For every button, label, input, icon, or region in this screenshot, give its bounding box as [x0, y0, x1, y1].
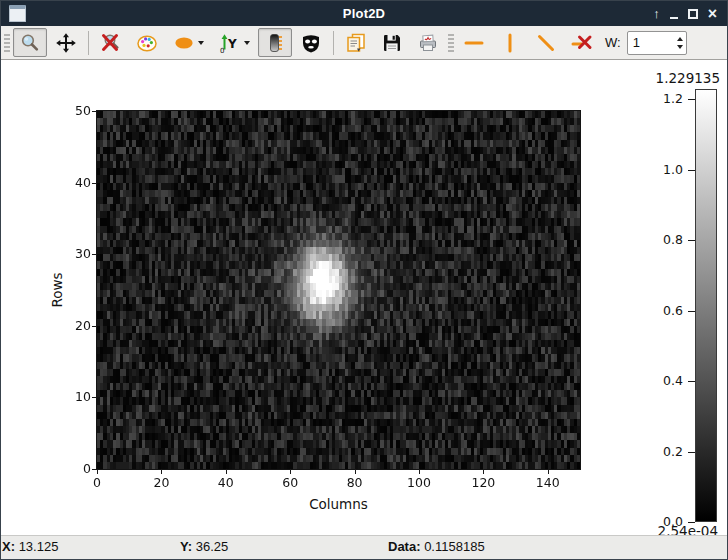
x-tick-label: 80: [335, 475, 375, 490]
shade-button[interactable]: ↑: [653, 1, 660, 26]
x-tick-mark: [355, 469, 356, 474]
x-tick-mark: [483, 469, 484, 474]
zoom-reset-button[interactable]: [94, 28, 128, 57]
image-plot[interactable]: [97, 111, 580, 469]
y-axis-orientation-button[interactable]: 0 Y: [212, 28, 256, 57]
titlebar[interactable]: Plot2D ↑ ×: [1, 1, 727, 26]
svg-text:Y: Y: [227, 37, 237, 51]
y-axis-label: Rows: [49, 260, 65, 320]
x-tick-mark: [290, 469, 291, 474]
line-profile-button[interactable]: [529, 28, 563, 57]
colorbar-tick-mark: [688, 99, 695, 100]
clear-profile-button[interactable]: [565, 28, 599, 57]
y-tick-label: 0: [61, 461, 91, 477]
y-tick-mark: [92, 111, 97, 112]
zoom-mode-button[interactable]: [13, 28, 47, 57]
y-tick-label: 20: [61, 318, 91, 334]
diagonal-line-icon: [535, 32, 557, 54]
horizontal-line-icon: [463, 32, 485, 54]
colorbar-toggle-button[interactable]: [258, 28, 292, 57]
colorbar-tick-mark: [688, 381, 695, 382]
x-tick-mark: [97, 469, 98, 474]
plot-toolbar: 0 Y: [1, 26, 727, 60]
zoom-reset-icon: [100, 32, 122, 54]
x-tick-label: 20: [141, 475, 181, 490]
maximize-button[interactable]: [688, 9, 698, 19]
colorbar-icon: [264, 32, 286, 54]
copy-button[interactable]: [339, 28, 373, 57]
y-tick-label: 50: [61, 103, 91, 119]
toolbar-grip[interactable]: [3, 32, 11, 54]
colorbar-tick-mark: [688, 452, 695, 453]
profile-toolbar-grip[interactable]: [447, 32, 455, 54]
toolbar-separator: [333, 31, 334, 55]
x-tick-mark: [419, 469, 420, 474]
minimize-button[interactable]: [670, 17, 678, 19]
aspect-ratio-button[interactable]: [166, 28, 210, 57]
grip-icon: [4, 33, 11, 53]
copy-icon: [345, 32, 367, 54]
horizontal-profile-button[interactable]: [457, 28, 491, 57]
statusbar: X: 13.125 Y: 36.25 Data: 0.1158185: [1, 535, 727, 559]
status-data: Data: 0.1158185: [388, 536, 485, 558]
colorbar-tick-label: 0.6: [655, 303, 683, 319]
y-tick-label: 10: [61, 389, 91, 405]
print-icon: [417, 32, 439, 54]
ellipse-icon: [173, 32, 195, 54]
colorbar-tick-label: 0.0: [655, 514, 683, 530]
status-x-label: X:: [2, 539, 15, 554]
status-y: Y: 36.25: [180, 536, 228, 558]
chevron-down-icon: [198, 41, 204, 45]
pan-mode-button[interactable]: [49, 28, 83, 57]
colorbar-tick-label: 0.4: [655, 373, 683, 389]
colormap-button[interactable]: [130, 28, 164, 57]
x-tick-mark: [161, 469, 162, 474]
status-x-value: 13.125: [19, 539, 59, 554]
save-button[interactable]: [375, 28, 409, 57]
colorbar-tick-mark: [688, 170, 695, 171]
y-tick-mark: [92, 397, 97, 398]
status-x: X: 13.125: [2, 536, 58, 558]
x-tick-mark: [226, 469, 227, 474]
profile-width-label: W:: [605, 35, 621, 50]
close-button[interactable]: ×: [708, 1, 717, 26]
pan-icon: [55, 32, 77, 54]
print-button[interactable]: [411, 28, 445, 57]
status-y-label: Y:: [180, 539, 192, 554]
colorbar-tick-label: 1.0: [655, 162, 683, 178]
plot2d-window: Plot2D ↑ ×: [0, 0, 728, 560]
plot-area: Columns Rows 1.229135 2.54e-04 020406080…: [1, 60, 727, 535]
status-data-label: Data:: [388, 539, 421, 554]
x-tick-label: 0: [77, 475, 117, 490]
vertical-line-icon: [499, 32, 521, 54]
colorbar[interactable]: [695, 89, 717, 522]
colorbar-tick-mark: [688, 311, 695, 312]
colorbar-tick-mark: [688, 240, 695, 241]
window-title: Plot2D: [1, 6, 727, 21]
y-tick-label: 30: [61, 246, 91, 262]
status-data-value: 0.1158185: [424, 539, 485, 554]
colorbar-tick-mark: [688, 522, 695, 523]
svg-text:0: 0: [220, 46, 224, 54]
profile-width-spinbox[interactable]: [627, 31, 687, 55]
spin-up-button[interactable]: [677, 37, 683, 41]
mask-tool-button[interactable]: [294, 28, 328, 57]
window-icon: [9, 5, 26, 22]
x-axis-label: Columns: [278, 496, 399, 512]
x-tick-label: 60: [270, 475, 310, 490]
spin-down-button[interactable]: [677, 45, 683, 49]
y-tick-mark: [92, 254, 97, 255]
profile-width-input[interactable]: [628, 35, 667, 50]
chevron-down-icon: [244, 41, 250, 45]
y-tick-mark: [92, 326, 97, 327]
x-tick-label: 40: [206, 475, 246, 490]
y-tick-mark: [92, 183, 97, 184]
x-tick-mark: [548, 469, 549, 474]
grip-icon: [448, 33, 455, 53]
save-icon: [381, 32, 403, 54]
colorbar-tick-label: 1.2: [655, 91, 683, 107]
vertical-profile-button[interactable]: [493, 28, 527, 57]
y-tick-label: 40: [61, 175, 91, 191]
x-tick-label: 100: [399, 475, 439, 490]
colorbar-tick-label: 0.8: [655, 232, 683, 248]
